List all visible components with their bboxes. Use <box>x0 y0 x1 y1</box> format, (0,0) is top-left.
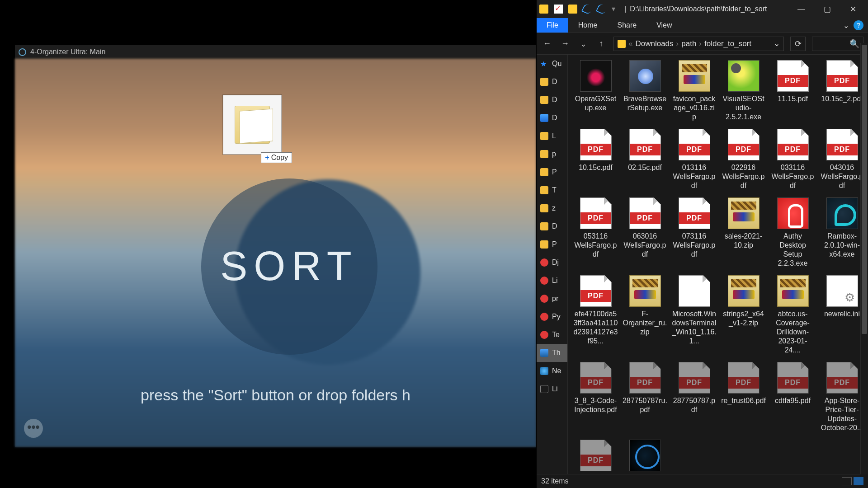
plus-icon: + <box>265 154 269 161</box>
file-item[interactable]: VisualSEOStudio-2.5.2.1.exe <box>721 60 766 122</box>
tree-item[interactable]: D <box>537 91 567 109</box>
folder-icon[interactable] <box>539 5 548 14</box>
nav-recent-button[interactable]: ⌄ <box>577 39 589 49</box>
file-item[interactable]: abtco.us-Coverage-Drilldown-2023-01-24..… <box>770 275 815 355</box>
properties-icon[interactable] <box>554 5 563 14</box>
file-item[interactable]: PDF10.15c.pdf <box>573 129 618 190</box>
nav-tree[interactable]: ★QuDDDLpPTzDPDjLiprPyTeThNeLi <box>537 55 568 474</box>
redo-icon[interactable] <box>596 3 608 15</box>
minimize-button[interactable]: — <box>789 5 814 14</box>
tree-item[interactable]: p <box>537 145 567 163</box>
file-item[interactable]: F-Organizer_ru.zip <box>623 275 667 355</box>
file-item[interactable]: PDFcdtfa95.pdf <box>770 362 815 432</box>
tree-item[interactable]: Te <box>537 326 567 344</box>
tree-item-icon <box>540 132 548 140</box>
nav-back-button[interactable]: ← <box>541 39 553 48</box>
file-label: 10.15c.pdf <box>579 163 613 172</box>
tree-item[interactable]: D <box>537 217 567 235</box>
tree-item[interactable]: D <box>537 73 567 91</box>
ribbon-tab-view[interactable]: View <box>646 18 682 33</box>
file-item[interactable]: PDFApp-Store-Price-Tier-Updates-October-… <box>820 362 864 432</box>
file-item[interactable]: PDF10.15c_2.pdf <box>820 60 864 122</box>
tree-item[interactable]: Th <box>537 344 567 362</box>
file-item[interactable]: PDFApp-Store-Price-Tier-Updates-October-… <box>573 440 618 474</box>
tree-item[interactable]: pr <box>537 290 567 308</box>
file-item[interactable]: Authy Desktop Setup 2.2.3.exe <box>770 197 815 268</box>
file-item[interactable]: newrelic.ini <box>820 275 864 355</box>
file-pane[interactable]: OperaGXSetup.exeBraveBrowserSetup.exefav… <box>568 55 868 474</box>
file-item[interactable]: PDF073116 WellsFargo.pdf <box>672 197 717 268</box>
ribbon-expand-icon[interactable]: ⌄ <box>843 21 849 30</box>
refresh-icon: ⟳ <box>795 39 802 49</box>
nav-forward-button[interactable]: → <box>559 39 571 48</box>
tree-item[interactable]: D <box>537 109 567 127</box>
tree-item-icon <box>540 331 548 339</box>
tree-item[interactable]: Dj <box>537 253 567 272</box>
file-item[interactable]: PDF043016 WellsFargo.pdf <box>820 129 864 190</box>
file-label: 013116 WellsFargo.pdf <box>672 163 717 190</box>
file-item[interactable]: PDF11.15.pdf <box>770 60 815 122</box>
tree-item[interactable]: P <box>537 235 567 253</box>
organizer-drop-zone[interactable]: SORT press the "Sort" button or drop fol… <box>15 59 536 447</box>
file-item[interactable]: PDF053116 WellsFargo.pdf <box>573 197 618 268</box>
ribbon-tab-home[interactable]: Home <box>568 18 608 33</box>
tree-item-label: Py <box>552 313 561 321</box>
menu-button[interactable]: ••• <box>24 419 43 438</box>
qat-dropdown-icon[interactable]: ▾ <box>612 5 621 14</box>
file-item[interactable]: Rambox-2.0.10-win-x64.exe <box>820 197 864 268</box>
tree-item[interactable]: Ne <box>537 362 567 380</box>
file-grid: OperaGXSetup.exeBraveBrowserSetup.exefav… <box>573 60 864 474</box>
crumb-downloads[interactable]: Downloads <box>635 39 673 48</box>
tree-item[interactable]: P <box>537 163 567 181</box>
file-item[interactable]: PDF02.15c.pdf <box>623 129 667 190</box>
file-item[interactable]: strings2_x64_v1-2.zip <box>721 275 766 355</box>
crumb-path[interactable]: path <box>681 39 696 48</box>
file-item[interactable]: PDFefe47100da53ff3aa41a110d23914127e3f95… <box>573 275 618 355</box>
drag-ghost-folder[interactable]: +Copy <box>223 95 282 155</box>
close-button[interactable]: ✕ <box>840 5 865 14</box>
sort-button[interactable]: SORT <box>201 178 377 355</box>
tree-item[interactable]: T <box>537 181 567 199</box>
explorer-titlebar[interactable]: ▾ | D:\Libraries\Downloads\path\folder_t… <box>537 0 868 18</box>
scrollbar-thumb[interactable] <box>862 45 867 334</box>
search-input[interactable]: 🔍 <box>812 37 863 51</box>
tree-item-label: T <box>552 186 557 194</box>
undo-icon[interactable] <box>581 3 594 15</box>
scrollbar[interactable] <box>860 43 868 474</box>
tree-item[interactable]: Py <box>537 308 567 326</box>
file-item[interactable]: PDF3_8_3-Code-Injections.pdf <box>573 362 618 432</box>
address-bar[interactable]: « Downloads › path › folder_to_sort ⌄ <box>613 37 784 51</box>
file-item[interactable]: PDF287750787ru.pdf <box>623 362 667 432</box>
crumb-folder[interactable]: folder_to_sort <box>704 39 751 48</box>
file-item[interactable]: sales-2021-10.zip <box>721 197 766 268</box>
file-item[interactable]: OperaGXSetup.exe <box>573 60 618 122</box>
tree-item-icon <box>540 186 548 194</box>
file-item[interactable]: PDF287750787.pdf <box>672 362 717 432</box>
tree-item[interactable]: z <box>537 199 567 217</box>
file-item[interactable]: Microsoft.WindowsTerminal_Win10_1.16.1..… <box>672 275 717 355</box>
file-item[interactable]: BraveBrowserSetup.exe <box>623 60 667 122</box>
file-item[interactable]: 4-Organizer Ultra Installer.exe <box>623 440 667 474</box>
file-item[interactable]: PDF022916 WellsFargo.pdf <box>721 129 766 190</box>
ribbon-tab-file[interactable]: File <box>537 18 568 33</box>
ribbon-tab-share[interactable]: Share <box>607 18 646 33</box>
pdf-icon: PDF <box>777 129 809 160</box>
tree-item[interactable]: Li <box>537 380 567 398</box>
organizer-titlebar[interactable]: 4-Organizer Ultra: Main <box>15 45 536 59</box>
file-item[interactable]: PDFre_trust06.pdf <box>721 362 766 432</box>
file-item[interactable]: PDF063016 WellsFargo.pdf <box>623 197 667 268</box>
file-item[interactable]: PDF013116 WellsFargo.pdf <box>672 129 717 190</box>
view-large-icons-button[interactable] <box>854 477 863 485</box>
view-details-button[interactable] <box>842 477 852 485</box>
file-item[interactable]: PDF033116 WellsFargo.pdf <box>770 129 815 190</box>
refresh-button[interactable]: ⟳ <box>790 37 806 51</box>
tree-item[interactable]: Li <box>537 272 567 290</box>
address-dropdown-icon[interactable]: ⌄ <box>774 39 780 48</box>
help-icon[interactable]: ? <box>854 20 863 30</box>
maximize-button[interactable]: ▢ <box>815 5 840 14</box>
new-folder-icon[interactable] <box>568 5 577 14</box>
file-item[interactable]: favicon_package_v0.16.zip <box>672 60 717 122</box>
nav-up-button[interactable]: ↑ <box>595 39 607 48</box>
tree-item[interactable]: L <box>537 127 567 145</box>
tree-item[interactable]: ★Qu <box>537 55 567 73</box>
